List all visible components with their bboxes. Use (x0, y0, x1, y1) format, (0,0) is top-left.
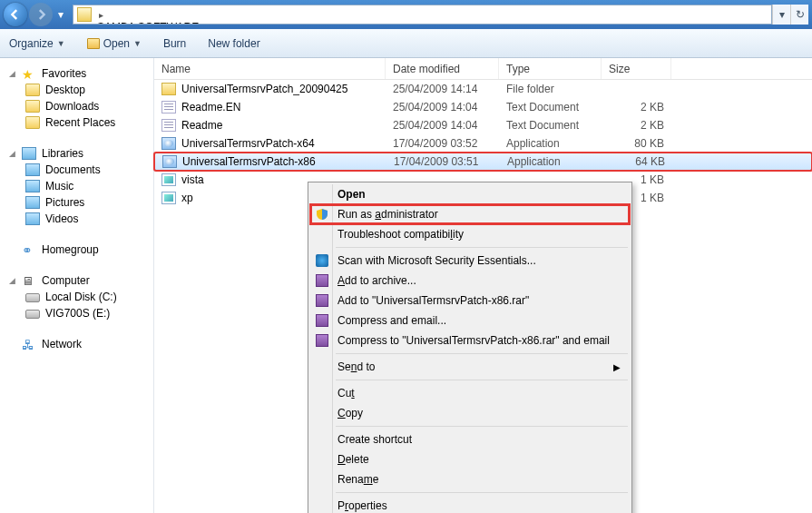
sidebar-homegroup[interactable]: ⚭ Homegroup (4, 242, 150, 258)
menu-item[interactable]: Scan with Microsoft Security Essentials.… (310, 251, 630, 271)
menu-item-label: Troubleshoot compatibility (338, 228, 464, 241)
menu-item[interactable]: Compress and email... (310, 311, 630, 330)
breadcrumb-item[interactable]: SAMBAPOS (95, 5, 265, 8)
file-type: Text Document (499, 101, 602, 113)
menu-item-label: Cut (338, 387, 355, 400)
open-label: Open (103, 37, 130, 50)
menu-item-label: Run as administrator (338, 208, 438, 221)
sidebar-favorites[interactable]: ◢★ Favorites (4, 65, 150, 82)
sidebar-item[interactable]: Downloads (4, 98, 150, 114)
folder-icon (25, 84, 40, 96)
sidebar-network[interactable]: 🖧 Network (4, 336, 150, 352)
nav-forward-button[interactable] (29, 3, 53, 26)
file-size: 80 KB (602, 137, 671, 150)
homegroup-icon: ⚭ (22, 243, 36, 256)
file-type: File folder (499, 83, 602, 95)
nav-history-dropdown[interactable]: ▾ (54, 8, 67, 21)
menu-item[interactable]: Run as administrator (310, 204, 630, 224)
menu-item[interactable]: Delete (310, 449, 630, 469)
menu-separator (336, 380, 628, 380)
menu-item-label: Open (338, 188, 366, 201)
menu-separator (336, 353, 628, 354)
menu-item-label: Rename (338, 473, 378, 486)
archive-icon (314, 312, 330, 329)
menu-item-label: Create shortcut (338, 433, 412, 446)
menu-item-label: Send to (338, 360, 375, 373)
txt-icon (161, 101, 176, 113)
menu-item-label: Compress to "UniversalTermsrvPatch-x86.r… (338, 334, 610, 347)
organize-button[interactable]: Organize ▼ (9, 37, 65, 50)
column-size[interactable]: Size (602, 58, 671, 79)
submenu-arrow-icon: ▶ (613, 362, 621, 372)
sidebar-item[interactable]: Recent Places (4, 114, 150, 131)
menu-item[interactable]: Copy (310, 403, 630, 423)
open-button[interactable]: Open ▼ (87, 37, 142, 50)
folder-icon (25, 116, 40, 129)
file-name: UniversalTermsrvPatch-x64 (181, 137, 315, 150)
menu-item[interactable]: Send to▶ (310, 357, 630, 377)
menu-item[interactable]: Rename (310, 469, 630, 489)
drive-icon (25, 310, 40, 319)
new-folder-button[interactable]: New folder (208, 37, 259, 50)
file-row[interactable]: UniversalTermsrvPatch-x6417/04/2009 03:5… (154, 134, 812, 153)
menu-separator (336, 247, 628, 248)
file-type: Application (499, 137, 602, 150)
menu-item[interactable]: Open (310, 184, 630, 204)
menu-item[interactable]: Compress to "UniversalTermsrvPatch-x86.r… (310, 330, 630, 350)
sidebar-item[interactable]: Local Disk (C:) (4, 289, 150, 305)
burn-label: Burn (163, 37, 186, 50)
address-bar[interactable]: ▸Computer▸VIG700S (E:)▸SAMBAPOS▸SAMBA SO… (73, 5, 772, 25)
menu-item-label: Properties (338, 499, 387, 512)
sidebar-item[interactable]: VIG700S (E:) (4, 305, 150, 321)
menu-item-label: Copy (338, 407, 363, 419)
address-dropdown-button[interactable]: ▾ (772, 5, 790, 25)
menu-item[interactable]: Add to "UniversalTermsrvPatch-x86.rar" (310, 291, 630, 311)
nav-back-button[interactable] (4, 3, 27, 26)
column-name[interactable]: Name (154, 58, 386, 79)
file-row[interactable]: UniversalTermsrvPatch_2009042525/04/2009… (154, 80, 812, 98)
sidebar-libraries[interactable]: ◢ Libraries (4, 145, 150, 162)
computer-icon: 🖥 (22, 274, 36, 287)
folder-icon (77, 7, 92, 22)
network-icon: 🖧 (22, 338, 36, 350)
breadcrumb-item[interactable]: SAMBA SOFTWARE (95, 21, 265, 25)
menu-item[interactable]: Cut (310, 383, 630, 403)
sidebar: ◢★ Favorites DesktopDownloadsRecent Plac… (0, 58, 154, 513)
refresh-button[interactable]: ↻ (790, 5, 808, 25)
sidebar-item[interactable]: Desktop (4, 82, 150, 98)
column-type[interactable]: Type (499, 58, 602, 79)
sidebar-item[interactable]: Videos (4, 211, 150, 227)
sidebar-item[interactable]: Pictures (4, 194, 150, 211)
breadcrumb-separator[interactable]: ▸ (95, 10, 107, 20)
drive-icon (25, 293, 40, 302)
file-row[interactable]: UniversalTermsrvPatch-x8617/04/2009 03:5… (154, 153, 812, 171)
file-name: vista (181, 173, 204, 186)
sidebar-item-label: Music (45, 180, 73, 192)
menu-item[interactable]: Add to archive... (310, 271, 630, 291)
antivirus-icon (314, 252, 330, 269)
menu-item[interactable]: Properties (310, 496, 630, 513)
menu-separator (336, 426, 628, 427)
menu-item[interactable]: Create shortcut (310, 429, 630, 449)
txt-icon (161, 119, 176, 132)
file-row[interactable]: Readme.EN25/04/2009 14:04Text Document2 … (154, 98, 812, 116)
folder-icon (25, 180, 40, 192)
organize-label: Organize (9, 37, 54, 50)
file-size: 2 KB (602, 119, 671, 132)
file-type: Application (500, 155, 602, 168)
sidebar-item[interactable]: Music (4, 178, 150, 194)
file-date: 25/04/2009 14:04 (386, 119, 499, 132)
sidebar-item-label: Desktop (45, 84, 85, 96)
toolbar: Organize ▼ Open ▼ Burn New folder (0, 29, 812, 58)
menu-item-label: Add to "UniversalTermsrvPatch-x86.rar" (338, 294, 529, 307)
column-date[interactable]: Date modified (386, 58, 499, 79)
sidebar-item-label: Pictures (45, 196, 84, 209)
archive-icon (314, 292, 330, 309)
menu-item[interactable]: Troubleshoot compatibility (310, 224, 630, 244)
sidebar-item[interactable]: Documents (4, 162, 150, 178)
file-row[interactable]: Readme25/04/2009 14:04Text Document2 KB (154, 116, 812, 134)
sidebar-computer[interactable]: ◢🖥 Computer (4, 272, 150, 289)
burn-button[interactable]: Burn (163, 37, 186, 50)
menu-item-label: Delete (338, 453, 369, 466)
menu-item-label: Add to archive... (338, 274, 416, 287)
